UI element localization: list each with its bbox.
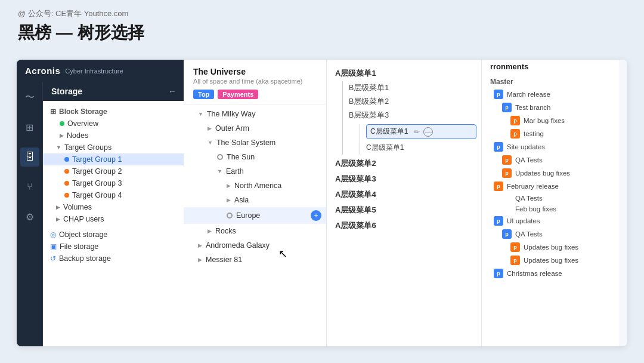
- nav-icon-box[interactable]: ⊞: [20, 118, 39, 137]
- env-feb-bug[interactable]: Feb bug fixes: [482, 204, 619, 214]
- qa3-badge: p: [502, 229, 512, 239]
- menu-a3[interactable]: A层级菜单3: [332, 171, 476, 187]
- europe-add-btn[interactable]: +: [311, 210, 321, 221]
- tree-europe[interactable]: Europe +: [184, 207, 326, 224]
- env-qa2[interactable]: QA Tests: [482, 193, 619, 204]
- menu-b2-label: B层级菜单2: [349, 97, 389, 106]
- c1-del-btn[interactable]: —: [423, 127, 433, 137]
- target-groups-chevron: ▼: [56, 144, 61, 150]
- sidebar-item-backup[interactable]: ↺ Backup storage: [43, 253, 184, 264]
- tree-milky-way[interactable]: ▼ The Milky Way: [184, 107, 326, 121]
- ubug1-label: Updates bug fixes: [515, 170, 570, 177]
- block-storage-label: Block Storage: [59, 107, 107, 116]
- ubug1-badge: p: [502, 168, 512, 178]
- env-updates-bug1[interactable]: p Updates bug fixes: [482, 167, 619, 180]
- tg1-label: Target Group 1: [72, 155, 122, 164]
- nav-icon-gear[interactable]: ⚙: [20, 207, 39, 226]
- tree-messier[interactable]: ▶ Messier 81: [184, 253, 326, 267]
- sidebar-item-tg1[interactable]: Target Group 1: [43, 153, 184, 165]
- tree-north-america[interactable]: ▶ North America: [184, 179, 326, 193]
- tg3-label: Target Group 3: [72, 179, 122, 187]
- messier-label: Messier 81: [206, 256, 242, 264]
- env-title-label: rronments: [490, 62, 528, 71]
- block-storage-icon: ⊞: [50, 107, 56, 116]
- env-site-updates[interactable]: p Site updates: [482, 140, 619, 153]
- tree-rocks[interactable]: ▶ Rocks: [184, 224, 326, 238]
- sidebar-item-tg4[interactable]: Target Group 4: [43, 189, 184, 201]
- env-master-label: Master: [482, 76, 619, 88]
- chap-label: CHAP users: [63, 215, 104, 223]
- andromeda-chevron: ▶: [198, 242, 202, 248]
- env-updates-bug3[interactable]: p Updates bug fixes: [482, 254, 619, 267]
- menu-a1[interactable]: A层级菜单1: [332, 66, 476, 81]
- menu-b2[interactable]: B层级菜单2: [349, 95, 476, 109]
- menu-a6-label: A层级菜单6: [335, 221, 376, 230]
- nav-icon-share[interactable]: ⑂: [20, 177, 39, 196]
- sidebar-item-volumes[interactable]: ▶ Volumes: [43, 201, 184, 213]
- sidebar-item-block-storage[interactable]: ⊞ Block Storage: [43, 106, 184, 118]
- file-label: File storage: [60, 242, 98, 251]
- menu-b3-label: B层级菜单3: [349, 111, 389, 119]
- c1-edit-icon[interactable]: ✏: [414, 128, 420, 136]
- panel-universe-title: The Universe: [193, 67, 317, 76]
- nav-icon-database[interactable]: 🗄: [20, 147, 39, 167]
- env-qa1[interactable]: p QA Tests: [482, 153, 619, 167]
- menu-a4[interactable]: A层级菜单4: [332, 187, 476, 202]
- nav-icon-pulse[interactable]: 〜: [20, 88, 39, 107]
- env-christmas[interactable]: p Christmas release: [482, 267, 619, 280]
- tg2-label: Target Group 2: [72, 167, 122, 176]
- menu-b1[interactable]: B层级菜单1: [349, 81, 476, 95]
- tree-earth[interactable]: ▼ Earth: [184, 164, 326, 179]
- tree-sun[interactable]: The Sun: [184, 150, 326, 164]
- sun-circle: [217, 154, 223, 160]
- env-ui-updates[interactable]: p UI updates: [482, 214, 619, 227]
- ui-label: UI updates: [507, 217, 540, 224]
- env-march-release[interactable]: p March release: [482, 88, 619, 101]
- sidebar-item-chap[interactable]: ▶ CHAP users: [43, 213, 184, 225]
- sidebar-item-target-groups[interactable]: ▼ Target Groups: [43, 141, 184, 153]
- qa1-label: QA Tests: [515, 156, 543, 164]
- env-updates-bug2[interactable]: p Updates bug fixes: [482, 241, 619, 254]
- sidebar-item-nodes[interactable]: ▶ Nodes: [43, 130, 184, 141]
- tree-asia[interactable]: ▶ Asia: [184, 193, 326, 207]
- sidebar-item-tg3[interactable]: Target Group 3: [43, 177, 184, 189]
- tag-top: Top: [193, 90, 214, 99]
- volumes-chevron: ▶: [56, 204, 60, 210]
- outer-arm-chevron: ▶: [208, 125, 212, 131]
- sidebar-tree: ⊞ Block Storage Overview ▶ Nodes ▼ Tar: [43, 101, 184, 269]
- menu-a6[interactable]: A层级菜单6: [332, 218, 476, 233]
- env-testing[interactable]: p testing: [482, 127, 619, 140]
- sidebar-item-tg2[interactable]: Target Group 2: [43, 165, 184, 177]
- menu-c1-normal[interactable]: C层级菜单1: [366, 141, 476, 155]
- env-test-branch[interactable]: p Test branch: [482, 101, 619, 114]
- sidebar-layout: 〜 ⊞ 🗄 ⑂ ⚙ Storage ← ⊞ Block Storage: [17, 82, 184, 346]
- tree-solar-system[interactable]: ▼ The Solar System: [184, 136, 326, 150]
- menu-a1-label: A层级菜单1: [335, 69, 376, 78]
- sidebar-item-overview[interactable]: Overview: [43, 118, 184, 130]
- sidebar-top: Storage ←: [43, 82, 184, 101]
- ubug2-label: Updates bug fixes: [524, 244, 578, 251]
- chap-chevron: ▶: [56, 216, 60, 222]
- env-feb-release[interactable]: p February release: [482, 180, 619, 193]
- sidebar-item-file[interactable]: ▣ File storage: [43, 241, 184, 253]
- menu-b3[interactable]: B层级菜单3: [349, 109, 476, 122]
- sidebar-item-object[interactable]: ◎ Object storage: [43, 229, 184, 241]
- asia-label: Asia: [234, 196, 249, 204]
- menu-c1-highlighted[interactable]: C层级菜单1 ✏ —: [366, 124, 476, 139]
- panel-universe-body: ▼ The Milky Way ▶ Outer Arm ▼ The Solar …: [184, 104, 326, 346]
- tree-andromeda[interactable]: ▶ Andromeda Galaxy: [184, 238, 326, 253]
- sidebar-content: Storage ← ⊞ Block Storage Overview ▶: [43, 82, 184, 346]
- milky-way-label: The Milky Way: [207, 110, 256, 118]
- testbranch-label: Test branch: [515, 104, 550, 111]
- menu-a5[interactable]: A层级菜单5: [332, 202, 476, 218]
- sidebar-back-icon[interactable]: ←: [168, 87, 177, 96]
- main-card: Acronis Cyber Infrastructure 〜 ⊞ 🗄 ⑂ ⚙ S…: [17, 60, 627, 346]
- env-master-group: Master p March release p Test branch p M…: [482, 76, 619, 280]
- panel-menu: A层级菜单1 B层级菜单1 B层级菜单2 B层级菜单3: [327, 60, 482, 346]
- env-qa3[interactable]: p QA Tests: [482, 227, 619, 241]
- menu-a2[interactable]: A层级菜单2: [332, 155, 476, 171]
- sun-label: The Sun: [227, 153, 255, 161]
- tree-outer-arm[interactable]: ▶ Outer Arm: [184, 121, 326, 136]
- env-mar-bug[interactable]: p Mar bug fixes: [482, 114, 619, 127]
- menu-b1-label: B层级菜单1: [349, 84, 389, 92]
